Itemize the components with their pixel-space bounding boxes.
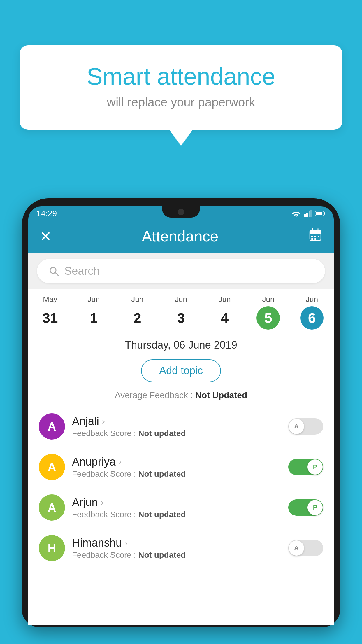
date-column[interactable]: Jun4	[203, 295, 247, 330]
date-day[interactable]: 5	[256, 306, 280, 330]
chevron-icon: ›	[119, 457, 122, 467]
phone-screen: ✕ Attendance	[28, 219, 334, 625]
date-column[interactable]: Jun1	[72, 295, 116, 330]
toggle-knob: P	[307, 459, 323, 475]
date-row: May31Jun1Jun2Jun3Jun4Jun5Jun6	[28, 289, 334, 332]
svg-rect-15	[314, 238, 316, 240]
student-feedback: Feedback Score : Not updated	[72, 510, 281, 519]
svg-rect-13	[318, 236, 319, 237]
student-row[interactable]: AArjun ›Feedback Score : Not updatedP	[28, 487, 334, 528]
student-name: Arjun ›	[72, 496, 281, 509]
add-topic-container: Add topic	[28, 354, 334, 388]
avatar: H	[39, 535, 65, 561]
svg-line-17	[55, 272, 58, 276]
attendance-toggle[interactable]: A	[288, 418, 323, 435]
date-month: Jun	[72, 295, 116, 304]
svg-rect-0	[304, 214, 306, 217]
date-column[interactable]: Jun5	[247, 295, 290, 330]
toggle-knob: P	[307, 500, 323, 515]
date-day[interactable]: 4	[213, 306, 236, 330]
selected-date-text: Thursday, 06 June 2019	[125, 339, 237, 351]
student-info: Himanshu ›Feedback Score : Not updated	[72, 537, 281, 560]
app-header-title: Attendance	[142, 228, 218, 245]
average-feedback-value: Not Updated	[195, 390, 247, 400]
date-month: Jun	[203, 295, 247, 304]
avatar: A	[39, 413, 65, 440]
svg-rect-6	[324, 212, 325, 215]
chevron-icon: ›	[101, 497, 104, 507]
attendance-toggle[interactable]: A	[288, 540, 323, 556]
svg-rect-8	[310, 230, 321, 234]
student-name: Anjali ›	[72, 415, 281, 428]
svg-rect-14	[311, 238, 313, 240]
speech-bubble-container: Smart attendance will replace your paper…	[20, 45, 342, 146]
student-name: Anupriya ›	[72, 456, 281, 468]
date-month: Jun	[247, 295, 290, 304]
student-row[interactable]: AAnjali ›Feedback Score : Not updatedA	[28, 406, 334, 447]
app-header: ✕ Attendance	[28, 219, 334, 253]
student-feedback: Feedback Score : Not updated	[72, 469, 281, 479]
attendance-toggle-container: A	[288, 418, 323, 435]
date-column[interactable]: Jun2	[115, 295, 159, 330]
phone-container: 14:29	[22, 198, 340, 644]
calendar-svg	[309, 228, 322, 242]
date-day[interactable]: 2	[126, 306, 149, 330]
wifi-icon	[292, 210, 301, 217]
search-bar[interactable]: Search	[37, 259, 325, 283]
camera-dot	[178, 209, 184, 215]
date-month: Jun	[290, 295, 334, 304]
student-info: Arjun ›Feedback Score : Not updated	[72, 496, 281, 519]
date-day[interactable]: 6	[300, 306, 324, 330]
svg-rect-5	[316, 212, 322, 215]
speech-bubble-title: Smart attendance	[43, 63, 319, 90]
date-month: Jun	[115, 295, 159, 304]
chevron-icon: ›	[125, 538, 128, 548]
date-day[interactable]: 3	[169, 306, 193, 330]
attendance-toggle-container: A	[288, 540, 323, 556]
average-feedback-label: Average Feedback :	[115, 390, 193, 400]
toggle-knob: A	[289, 419, 304, 434]
search-input[interactable]: Search	[64, 265, 99, 277]
date-day[interactable]: 1	[82, 306, 106, 330]
attendance-toggle[interactable]: P	[288, 499, 323, 516]
average-feedback: Average Feedback : Not Updated	[28, 388, 334, 406]
chevron-icon: ›	[102, 416, 105, 426]
speech-bubble: Smart attendance will replace your paper…	[20, 45, 342, 130]
attendance-toggle[interactable]: P	[288, 459, 323, 475]
svg-rect-12	[314, 236, 316, 237]
svg-rect-3	[310, 210, 312, 217]
status-bar: 14:29	[28, 206, 334, 219]
student-info: Anupriya ›Feedback Score : Not updated	[72, 456, 281, 479]
speech-bubble-tail	[169, 130, 193, 146]
close-icon[interactable]: ✕	[40, 228, 52, 244]
selected-date-info: Thursday, 06 June 2019	[28, 332, 334, 354]
toggle-knob: A	[289, 540, 304, 556]
student-list: AAnjali ›Feedback Score : Not updatedAAA…	[28, 406, 334, 568]
add-topic-button[interactable]: Add topic	[141, 359, 221, 382]
attendance-toggle-container: P	[288, 459, 323, 475]
student-info: Anjali ›Feedback Score : Not updated	[72, 415, 281, 438]
student-name: Himanshu ›	[72, 537, 281, 549]
student-row[interactable]: AAnupriya ›Feedback Score : Not updatedP	[28, 447, 334, 487]
status-icons	[292, 210, 326, 217]
date-month: May	[28, 295, 72, 304]
date-column[interactable]: Jun3	[159, 295, 203, 330]
status-time: 14:29	[36, 209, 57, 218]
avatar: A	[39, 494, 65, 521]
phone-outer: 14:29	[22, 198, 340, 627]
date-column[interactable]: Jun6	[290, 295, 334, 330]
date-day[interactable]: 31	[38, 306, 62, 330]
svg-rect-1	[306, 213, 308, 217]
speech-bubble-subtitle: will replace your paperwork	[43, 95, 319, 109]
signal-icon	[304, 210, 312, 217]
calendar-icon[interactable]	[309, 228, 322, 245]
search-container: Search	[28, 253, 334, 289]
notch	[162, 206, 200, 218]
search-icon	[49, 266, 59, 276]
student-row[interactable]: HHimanshu ›Feedback Score : Not updatedA	[28, 528, 334, 568]
date-month: Jun	[159, 295, 203, 304]
avatar: A	[39, 454, 65, 480]
attendance-toggle-container: P	[288, 499, 323, 516]
date-column[interactable]: May31	[28, 295, 72, 330]
svg-rect-11	[311, 236, 313, 237]
